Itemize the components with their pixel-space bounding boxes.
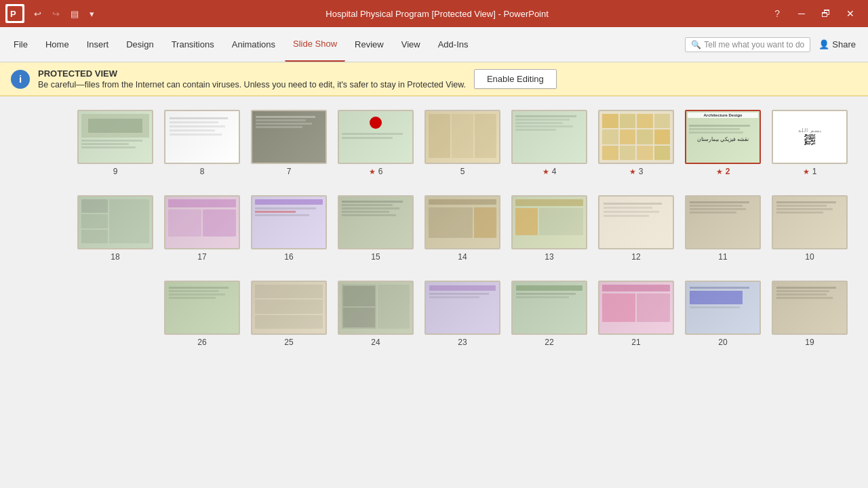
slide-item-25[interactable]: 25: [251, 281, 327, 347]
slide-item-14[interactable]: 14: [425, 195, 500, 262]
slide-item-20[interactable]: 20: [685, 281, 761, 347]
slide-item-15[interactable]: 15: [338, 195, 414, 262]
slide-thumb-12: [598, 195, 674, 249]
slide-thumb-11: [685, 195, 761, 249]
star-icon-3: ★: [629, 167, 636, 176]
slides-area: 9 8: [0, 96, 868, 488]
share-button[interactable]: 👤 Share: [812, 37, 863, 52]
star-icon-4: ★: [542, 167, 549, 176]
slide-number-4: ★ 4: [542, 167, 557, 176]
tab-design[interactable]: Design: [118, 27, 161, 62]
slide-number-20: 20: [718, 338, 727, 347]
slide-item-16[interactable]: 16: [251, 195, 327, 262]
slide-item-22[interactable]: 22: [511, 281, 587, 347]
slide-item-17[interactable]: 17: [164, 195, 240, 262]
slide-thumb-23: [425, 281, 500, 335]
slide-item-26[interactable]: 26: [164, 281, 240, 347]
tab-transitions[interactable]: Transitions: [163, 27, 222, 62]
slide-thumb-15: [338, 195, 414, 249]
star-icon-2: ★: [716, 167, 723, 176]
slide-item-7[interactable]: 7: [251, 110, 327, 176]
slide-item-3[interactable]: ★ 3: [598, 110, 674, 176]
slide-number-23: 23: [458, 338, 467, 347]
slide-number-13: 13: [545, 252, 553, 262]
slide-number-26: 26: [197, 338, 206, 347]
arch-design-label: Architecture Design: [688, 113, 758, 118]
slide-thumb-13: [511, 195, 587, 249]
tab-animations[interactable]: Animations: [224, 27, 283, 62]
slide-thumb-8: [164, 110, 240, 164]
slide-thumb-19: [772, 281, 848, 335]
tab-addins[interactable]: Add-Ins: [430, 27, 477, 62]
slide-thumb-26: [164, 281, 240, 335]
share-label: Share: [832, 39, 856, 49]
star-icon-1: ★: [803, 167, 810, 176]
help-button[interactable]: ?: [770, 7, 784, 20]
slide-thumb-16: [251, 195, 327, 249]
slide-thumb-6: [338, 110, 414, 164]
slide-item-5[interactable]: 5: [425, 110, 500, 176]
slide-number-8: 8: [200, 167, 205, 176]
slide-number-18: 18: [111, 252, 119, 262]
slide-item-24[interactable]: 24: [338, 281, 414, 347]
ribbon-search[interactable]: 🔍 Tell me what you want to do: [685, 37, 810, 52]
slide-item-19[interactable]: 19: [772, 281, 848, 347]
slide-item-6[interactable]: ★ 6: [338, 110, 414, 176]
slide-item-23[interactable]: 23: [425, 281, 500, 347]
tab-insert[interactable]: Insert: [79, 27, 117, 62]
slide-number-22: 22: [545, 338, 553, 347]
tab-home[interactable]: Home: [37, 27, 77, 62]
slide-item-11[interactable]: 11: [685, 195, 761, 262]
tab-review[interactable]: Review: [347, 27, 392, 62]
tab-view[interactable]: View: [393, 27, 429, 62]
slide-thumb-2: Architecture Design نقشه فيزيكي بيمارستا…: [685, 110, 761, 164]
slide-number-10: 10: [805, 252, 814, 262]
red-dot-slide6: [370, 117, 382, 129]
slide-item-21[interactable]: 21: [598, 281, 674, 347]
close-button[interactable]: ✕: [838, 0, 863, 27]
title-bar: P ↩ ↪ ▤ ▾ Hospital Physical Program [Pro…: [0, 0, 868, 27]
banner-message: Be careful—files from the Internet can c…: [38, 80, 466, 89]
enable-editing-button[interactable]: Enable Editing: [474, 69, 557, 89]
slide-item-18[interactable]: 18: [77, 195, 153, 262]
slide-number-15: 15: [371, 252, 380, 262]
slide-item-2[interactable]: Architecture Design نقشه فيزيكي بيمارستا…: [685, 110, 761, 176]
slide-item-12[interactable]: 12: [598, 195, 674, 262]
slide-thumb-1: بسم الله ﷽: [772, 110, 848, 164]
slide-number-25: 25: [284, 338, 293, 347]
slide-number-2: ★ 2: [716, 167, 730, 176]
undo-button[interactable]: ↩: [30, 7, 45, 20]
customize-qat-button[interactable]: ▾: [85, 7, 98, 20]
slide-thumb-22: [511, 281, 587, 335]
slide-number-9: 9: [113, 167, 118, 176]
slide-number-7: 7: [287, 167, 292, 176]
slide-item-1[interactable]: بسم الله ﷽ ★ 1: [772, 110, 848, 176]
restore-button[interactable]: 🗗: [814, 0, 838, 27]
slide-thumb-17: [164, 195, 240, 249]
slide-number-16: 16: [284, 252, 293, 262]
protected-view-banner: i PROTECTED VIEW Be careful—files from t…: [0, 62, 868, 96]
slide-item-8[interactable]: 8: [164, 110, 240, 176]
slide-number-11: 11: [718, 252, 727, 262]
slide-item-9[interactable]: 9: [77, 110, 153, 176]
slide-thumb-21: [598, 281, 674, 335]
slide-item-4[interactable]: ★ 4: [511, 110, 587, 176]
slide-thumb-20: [685, 281, 761, 335]
slide-item-10[interactable]: 10: [772, 195, 848, 262]
minimize-button[interactable]: ─: [789, 0, 814, 27]
tab-file[interactable]: File: [5, 27, 36, 62]
presentation-mode-button[interactable]: ▤: [66, 7, 83, 20]
slide-thumb-18: [77, 195, 153, 249]
slide-thumb-9: [77, 110, 153, 164]
window-title: Hospital Physical Program [Protected Vie…: [104, 9, 770, 19]
slide-number-1: ★ 1: [803, 167, 817, 176]
banner-title: PROTECTED VIEW: [38, 68, 466, 79]
tab-slideshow[interactable]: Slide Show: [285, 27, 345, 62]
redo-button[interactable]: ↪: [48, 7, 64, 20]
window-controls: ─ 🗗 ✕: [789, 0, 863, 27]
person-icon: 👤: [818, 39, 829, 49]
slide-grid-3: [599, 111, 673, 163]
slide-item-13[interactable]: 13: [511, 195, 587, 262]
slide-number-24: 24: [371, 338, 380, 347]
slide-number-19: 19: [805, 338, 814, 347]
